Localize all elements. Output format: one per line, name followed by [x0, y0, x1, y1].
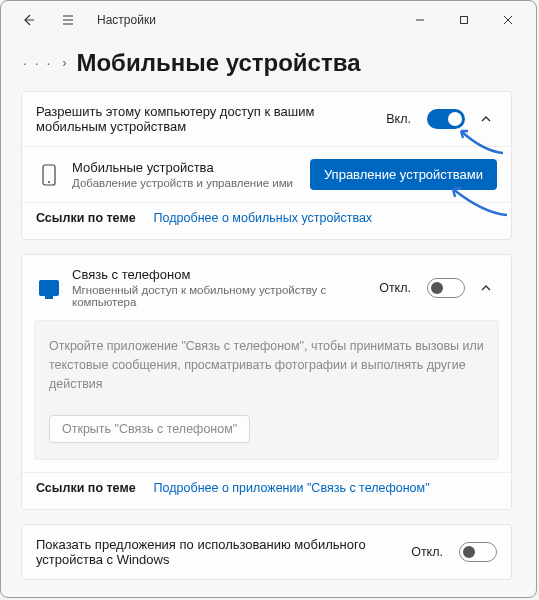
- phone-link-row[interactable]: Связь с телефоном Мгновенный доступ к мо…: [22, 255, 511, 320]
- phone-link-card: Связь с телефоном Мгновенный доступ к мо…: [21, 254, 512, 510]
- phone-link-hint: Откройте приложение "Связь с телефоном",…: [34, 320, 499, 460]
- chevron-right-icon: ›: [62, 56, 66, 70]
- links-row-2: Ссылки по теме Подробнее о приложении "С…: [22, 472, 511, 509]
- back-button[interactable]: [13, 5, 43, 35]
- allow-access-state: Вкл.: [386, 112, 411, 126]
- more-about-phone-link[interactable]: Подробнее о приложении "Связь с телефоно…: [154, 481, 430, 495]
- allow-access-row[interactable]: Разрешить этому компьютеру доступ к ваши…: [22, 92, 511, 146]
- mobile-devices-subtitle: Добавление устройств и управление ими: [72, 177, 300, 189]
- svg-point-2: [48, 181, 50, 183]
- mobile-access-card: Разрешить этому компьютеру доступ к ваши…: [21, 91, 512, 240]
- maximize-button[interactable]: [442, 5, 486, 35]
- phone-link-subtitle: Мгновенный доступ к мобильному устройств…: [72, 284, 369, 308]
- svg-rect-0: [461, 17, 468, 24]
- open-phone-link-button[interactable]: Открыть "Связь с телефоном": [49, 415, 250, 443]
- manage-devices-button[interactable]: Управление устройствами: [310, 159, 497, 190]
- suggestions-title: Показать предложения по использованию мо…: [36, 537, 401, 567]
- links-row-1: Ссылки по теме Подробнее о мобильных уст…: [22, 202, 511, 239]
- chevron-up-icon[interactable]: [475, 282, 497, 294]
- suggestions-card: Показать предложения по использованию мо…: [21, 524, 512, 580]
- mobile-devices-title: Мобильные устройства: [72, 160, 300, 175]
- more-about-mobile-link[interactable]: Подробнее о мобильных устройствах: [154, 211, 372, 225]
- breadcrumb-parent[interactable]: · · ·: [23, 55, 52, 71]
- mobile-devices-row: Мобильные устройства Добавление устройст…: [22, 146, 511, 202]
- content-scroll[interactable]: Разрешить этому компьютеру доступ к ваши…: [21, 91, 518, 593]
- related-links-label: Ссылки по теме: [36, 481, 136, 495]
- breadcrumb: · · · › Мобильные устройства: [23, 49, 518, 77]
- close-button[interactable]: [486, 5, 530, 35]
- titlebar: Настройки: [1, 1, 536, 39]
- phone-link-toggle[interactable]: [427, 278, 465, 298]
- suggestions-toggle[interactable]: [459, 542, 497, 562]
- settings-window: Настройки · · · › Мобильные устройства: [0, 0, 537, 598]
- menu-button[interactable]: [53, 5, 83, 35]
- phone-link-state: Откл.: [379, 281, 411, 295]
- minimize-button[interactable]: [398, 5, 442, 35]
- phone-icon: [36, 164, 62, 186]
- suggestions-state: Откл.: [411, 545, 443, 559]
- suggestions-row[interactable]: Показать предложения по использованию мо…: [22, 525, 511, 579]
- monitor-icon: [36, 280, 62, 296]
- allow-access-title: Разрешить этому компьютеру доступ к ваши…: [36, 104, 376, 134]
- phone-link-title: Связь с телефоном: [72, 267, 369, 282]
- allow-access-toggle[interactable]: [427, 109, 465, 129]
- chevron-up-icon[interactable]: [475, 113, 497, 125]
- phone-link-hint-text: Откройте приложение "Связь с телефоном",…: [49, 337, 484, 393]
- page-title: Мобильные устройства: [76, 49, 360, 77]
- related-links-label: Ссылки по теме: [36, 211, 136, 225]
- window-title: Настройки: [97, 13, 156, 27]
